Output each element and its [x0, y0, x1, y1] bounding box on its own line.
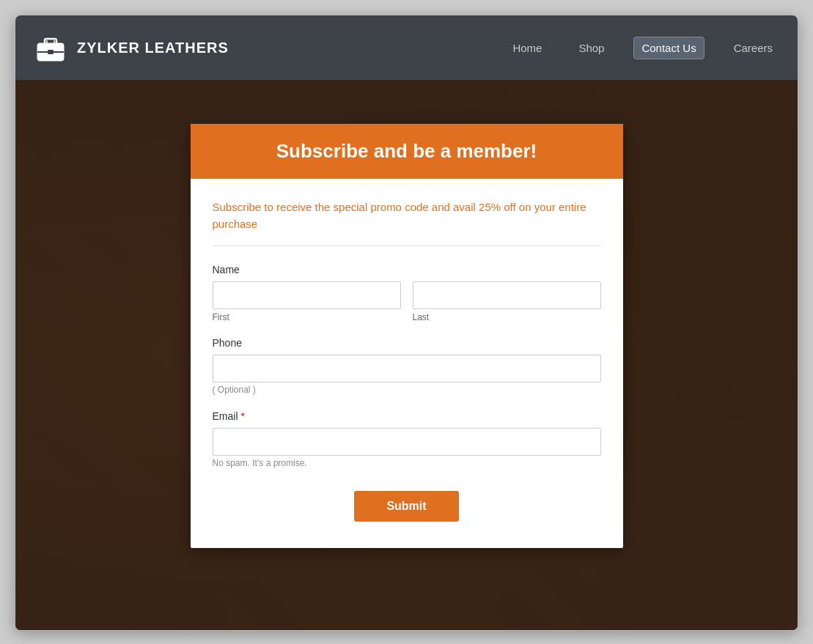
name-field-group: Name First Last — [213, 264, 601, 322]
submit-row: Submit — [213, 491, 601, 522]
required-marker: * — [241, 410, 245, 422]
name-row: First Last — [213, 281, 601, 322]
svg-rect-3 — [48, 50, 54, 54]
nav-careers[interactable]: Careers — [726, 37, 780, 59]
email-label: Email* — [213, 410, 601, 422]
form-title: Subscribe and be a member! — [213, 140, 601, 163]
submit-button[interactable]: Submit — [354, 491, 458, 522]
browser-frame: ZYLKER LEATHERS Home Shop Contact Us Car… — [15, 15, 798, 631]
first-name-input[interactable] — [213, 281, 401, 309]
nav-contact[interactable]: Contact Us — [633, 37, 704, 59]
page-content: Subscribe and be a member! Subscribe to … — [15, 80, 798, 630]
first-name-label: First — [213, 312, 401, 322]
brand: ZYLKER LEATHERS — [33, 30, 505, 65]
email-field-group: Email* No spam. It’s a promise. — [213, 410, 601, 469]
nav-shop[interactable]: Shop — [571, 37, 611, 59]
navbar: ZYLKER LEATHERS Home Shop Contact Us Car… — [15, 15, 798, 80]
phone-label: Phone — [213, 337, 601, 349]
form-header: Subscribe and be a member! — [191, 124, 623, 179]
nav-home[interactable]: Home — [505, 37, 549, 59]
last-name-col: Last — [413, 281, 601, 322]
phone-input[interactable] — [213, 355, 601, 382]
brand-name: ZYLKER LEATHERS — [77, 40, 229, 56]
form-subtitle: Subscribe to receive the special promo c… — [213, 199, 601, 232]
brand-logo-icon — [33, 30, 68, 65]
nav-links: Home Shop Contact Us Careers — [505, 37, 780, 59]
phone-field-group: Phone ( Optional ) — [213, 337, 601, 396]
first-name-col: First — [213, 281, 401, 322]
form-divider — [213, 245, 601, 246]
email-hint: No spam. It’s a promise. — [213, 458, 307, 468]
name-label: Name — [213, 264, 601, 275]
form-body: Subscribe to receive the special promo c… — [191, 179, 623, 548]
phone-hint: ( Optional ) — [213, 385, 256, 395]
last-name-input[interactable] — [413, 281, 601, 309]
last-name-label: Last — [413, 312, 601, 322]
subscribe-form-container: Subscribe and be a member! Subscribe to … — [191, 124, 623, 548]
email-input[interactable] — [213, 428, 601, 456]
